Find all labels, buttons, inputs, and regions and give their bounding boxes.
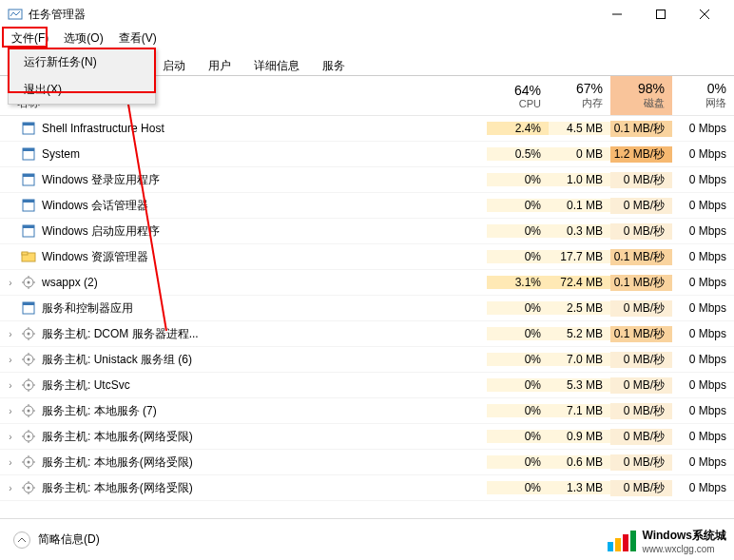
table-row[interactable]: ›服务主机: 本地服务(网络受限)0%0.9 MB0 MB/秒0 Mbps [0, 424, 734, 450]
table-row[interactable]: Windows 会话管理器0%0.1 MB0 MB/秒0 Mbps [0, 193, 734, 219]
memory-cell: 7.1 MB [549, 404, 610, 417]
disk-cell: 0 MB/秒 [610, 480, 672, 496]
process-icon [21, 429, 36, 444]
expand-icon[interactable]: › [6, 355, 15, 365]
table-row[interactable]: Windows 启动应用程序0%0.3 MB0 MB/秒0 Mbps [0, 219, 734, 244]
col-memory[interactable]: 67% 内存 [549, 76, 610, 115]
table-row[interactable]: ›服务主机: UtcSvc0%5.3 MB0 MB/秒0 Mbps [0, 373, 734, 398]
table-row[interactable]: Windows 登录应用程序0%1.0 MB0 MB/秒0 Mbps [0, 167, 734, 193]
expand-icon[interactable]: › [6, 329, 15, 339]
col-network[interactable]: 0% 网络 [672, 76, 734, 115]
table-row[interactable]: ›服务主机: 本地服务(网络受限)0%0.6 MB0 MB/秒0 Mbps [0, 450, 734, 475]
process-name-cell: 服务和控制器应用 [0, 300, 487, 317]
cpu-cell: 0.5% [487, 147, 549, 161]
process-icon [21, 326, 36, 341]
table-row[interactable]: ›服务主机: Unistack 服务组 (6)0%7.0 MB0 MB/秒0 M… [0, 347, 734, 373]
memory-cell: 0 MB [549, 147, 610, 161]
process-name-cell: ›服务主机: 本地服务(网络受限) [0, 454, 487, 471]
svg-rect-25 [23, 302, 34, 305]
process-name-cell: ›服务主机: 本地服务 (7) [0, 403, 487, 419]
watermark: Windows系统城 www.wxclgg.com [608, 528, 726, 554]
expand-icon[interactable]: › [6, 483, 15, 493]
cpu-percent: 64% [487, 83, 541, 98]
memory-cell: 1.3 MB [549, 481, 610, 494]
tab-services[interactable]: 服务 [312, 54, 356, 76]
process-name-cell: Windows 会话管理器 [0, 198, 487, 214]
table-row[interactable]: 服务和控制器应用0%2.5 MB0 MB/秒0 Mbps [0, 296, 734, 321]
memory-cell: 5.2 MB [549, 327, 610, 340]
network-cell: 0 Mbps [672, 224, 734, 238]
expand-icon[interactable]: › [6, 457, 15, 468]
process-name-cell: ›服务主机: 本地服务(网络受限) [0, 429, 487, 445]
cpu-cell: 0% [487, 455, 549, 469]
process-name-cell: ›服务主机: 本地服务(网络受限) [0, 480, 487, 496]
svg-rect-11 [23, 174, 34, 177]
fewer-details-link[interactable]: 简略信息(D) [38, 531, 100, 548]
menu-run-new-task[interactable]: 运行新任务(N) [9, 48, 155, 76]
tab-users[interactable]: 用户 [198, 54, 241, 76]
memory-cell: 0.3 MB [549, 224, 610, 238]
window-title: 任务管理器 [29, 7, 595, 23]
process-icon [21, 223, 36, 239]
expand-icon[interactable]: › [6, 432, 15, 442]
menu-file[interactable]: 文件(F) [4, 29, 56, 48]
table-row[interactable]: ›服务主机: DCOM 服务器进程...0%5.2 MB0.1 MB/秒0 Mb… [0, 321, 734, 347]
table-row[interactable]: Shell Infrastructure Host2.4%4.5 MB0.1 M… [0, 116, 734, 142]
process-icon [21, 352, 36, 367]
memory-cell: 7.0 MB [549, 353, 610, 366]
process-name-cell: ›wsappx (2) [0, 275, 487, 290]
memory-cell: 1.0 MB [549, 173, 610, 186]
memory-cell: 4.5 MB [549, 122, 610, 135]
cpu-cell: 0% [487, 378, 549, 392]
network-cell: 0 Mbps [672, 378, 734, 392]
net-percent: 0% [672, 81, 726, 96]
chevron-up-icon[interactable] [13, 531, 30, 549]
table-row[interactable]: ›服务主机: 本地服务(网络受限)0%1.3 MB0 MB/秒0 Mbps [0, 475, 734, 501]
col-cpu[interactable]: 64% CPU [487, 76, 549, 115]
cpu-cell: 3.1% [487, 276, 549, 289]
svg-point-63 [28, 487, 30, 490]
network-cell: 0 Mbps [672, 122, 734, 135]
process-icon [21, 454, 36, 470]
svg-point-51 [28, 435, 30, 438]
watermark-brand: Windows系统城 [642, 528, 726, 544]
cpu-cell: 0% [487, 173, 549, 186]
process-icon [21, 300, 36, 316]
minimize-button[interactable] [595, 0, 639, 29]
expand-icon[interactable]: › [6, 278, 15, 288]
expand-icon[interactable]: › [6, 380, 15, 391]
expand-icon[interactable]: › [6, 406, 15, 416]
tab-startup[interactable]: 启动 [152, 54, 196, 76]
network-cell: 0 Mbps [672, 199, 734, 212]
process-name: 服务主机: 本地服务 (7) [42, 403, 157, 419]
process-icon [21, 275, 36, 290]
maximize-button[interactable] [639, 0, 683, 29]
table-row[interactable]: System0.5%0 MB1.2 MB/秒0 Mbps [0, 142, 734, 167]
process-name-cell: Windows 启动应用程序 [0, 223, 487, 240]
process-name: wsappx (2) [42, 276, 98, 289]
network-cell: 0 Mbps [672, 276, 734, 289]
disk-cell: 0 MB/秒 [610, 300, 672, 317]
table-row[interactable]: ›服务主机: 本地服务 (7)0%7.1 MB0 MB/秒0 Mbps [0, 398, 734, 424]
menubar: 文件(F) 选项(O) 查看(V) [0, 29, 734, 49]
svg-point-57 [28, 461, 30, 464]
memory-cell: 0.6 MB [549, 455, 610, 469]
close-button[interactable] [683, 0, 726, 29]
svg-rect-2 [657, 10, 666, 19]
menu-exit[interactable]: 退出(X) [9, 76, 155, 104]
process-name: 服务主机: DCOM 服务器进程... [42, 326, 199, 342]
disk-cell: 0 MB/秒 [610, 429, 672, 445]
tab-details[interactable]: 详细信息 [243, 54, 310, 76]
table-row[interactable]: Windows 资源管理器0%17.7 MB0.1 MB/秒0 Mbps [0, 244, 734, 270]
col-disk[interactable]: 98% 磁盘 [610, 76, 672, 115]
disk-cell: 0.1 MB/秒 [610, 249, 672, 265]
process-name: Windows 登录应用程序 [42, 172, 160, 188]
menu-options[interactable]: 选项(O) [56, 29, 110, 48]
menu-view[interactable]: 查看(V) [111, 29, 164, 48]
svg-point-27 [28, 333, 30, 336]
process-name-cell: ›服务主机: Unistack 服务组 (6) [0, 352, 487, 368]
process-name-cell: Shell Infrastructure Host [0, 121, 487, 136]
network-cell: 0 Mbps [672, 455, 734, 469]
table-row[interactable]: ›wsappx (2)3.1%72.4 MB0.1 MB/秒0 Mbps [0, 270, 734, 296]
svg-point-33 [28, 358, 30, 361]
